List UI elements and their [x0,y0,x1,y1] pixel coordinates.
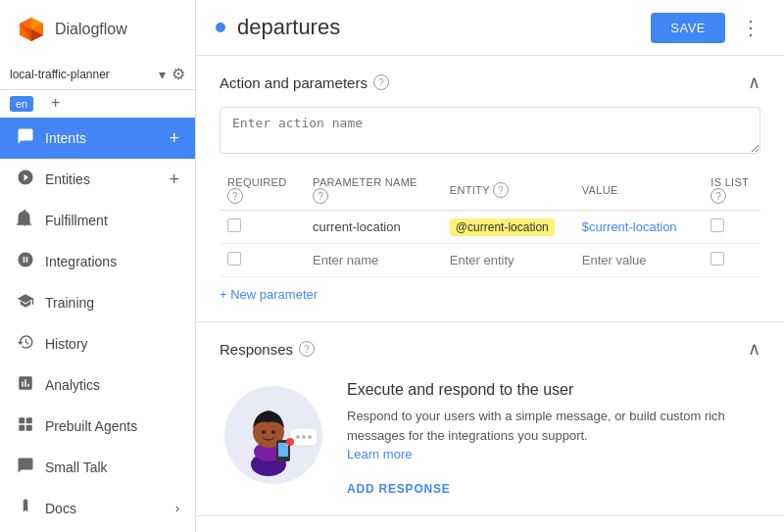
responses-section-header: Responses ? ∧ [220,338,760,360]
integrations-label: Integrations [45,254,117,269]
response-description: Respond to your users with a simple mess… [347,407,760,464]
svg-point-20 [302,435,306,439]
responses-collapse-icon[interactable]: ∧ [748,338,760,360]
parameters-table: REQUIRED ? PARAMETER NAME ? ENTITY ? V [220,170,760,277]
entities-icon [16,169,35,190]
required-checkbox-2[interactable] [227,252,241,266]
col-required: REQUIRED ? [220,170,305,211]
action-collapse-icon[interactable]: ∧ [748,72,760,93]
small-talk-icon [16,457,35,478]
svg-rect-5 [19,417,24,423]
svg-point-21 [308,435,312,439]
settings-icon[interactable]: ⚙ [172,65,185,83]
prebuilt-icon [16,415,35,437]
action-section-header: Action and parameters ? ∧ [220,72,760,93]
dialogflow-logo-icon [16,14,47,45]
svg-point-14 [271,430,275,434]
response-main-title: Execute and respond to the user [347,381,760,399]
integrations-icon [16,251,35,272]
fulfillment-icon [16,210,35,231]
add-lang-icon[interactable]: + [51,94,60,111]
docs-label: Docs [45,501,76,516]
entity-tag-1[interactable]: @current-location [450,218,555,236]
logo-area: Dialogflow [0,0,195,59]
sidebar-item-docs[interactable]: Docs › [0,488,195,529]
sidebar-item-training[interactable]: Training [0,282,195,323]
svg-point-18 [286,438,294,446]
entities-label: Entities [45,171,90,187]
sidebar-nav: Intents + Entities + Fulfillment Integra… [0,118,195,532]
illustration [220,381,327,489]
new-parameter-button[interactable]: + New parameter [220,277,318,306]
sidebar: Dialogflow local-traffic-planner ▾ ⚙ en … [0,0,196,532]
language-badge[interactable]: en [10,96,33,112]
topbar: departures SAVE ⋮ [196,0,784,56]
history-icon [16,333,35,355]
learn-more-link[interactable]: Learn more [347,447,412,461]
svg-point-19 [296,435,300,439]
sidebar-item-integrations[interactable]: Integrations [0,241,195,282]
project-name: local-traffic-planner [10,68,153,81]
docs-chevron-icon: › [175,502,179,515]
sidebar-item-analytics[interactable]: Analytics [0,364,195,406]
col-value: VALUE [574,170,704,211]
analytics-icon [16,374,35,396]
is-list-checkbox-1[interactable] [710,218,724,232]
entity-input-2[interactable] [450,253,566,267]
required-checkbox-1[interactable] [227,218,241,232]
action-help-icon[interactable]: ? [373,74,389,90]
more-options-icon[interactable]: ⋮ [737,12,764,43]
response-text-block: Execute and respond to the user Respond … [347,381,760,500]
svg-rect-6 [26,417,32,423]
value-input-2[interactable] [582,253,696,267]
required-help-icon[interactable]: ? [227,188,243,204]
action-name-input[interactable] [220,107,760,154]
responses-content: Execute and respond to the user Respond … [220,373,760,500]
is-list-help-icon[interactable]: ? [710,188,726,204]
intent-title: departures [237,15,639,40]
sidebar-item-small-talk[interactable]: Small Talk [0,447,195,488]
project-selector[interactable]: local-traffic-planner ▾ ⚙ [0,59,195,90]
app-name: Dialogflow [55,21,127,38]
col-param-name: PARAMETER NAME ? [305,170,442,211]
svg-point-13 [262,430,266,434]
intent-active-dot [216,23,225,32]
sidebar-item-intents[interactable]: Intents + [0,118,195,159]
sidebar-item-fulfillment[interactable]: Fulfillment [0,200,195,241]
param-name-1: current-location [305,211,442,244]
value-link-1: $current-location [582,219,677,234]
analytics-label: Analytics [45,377,100,393]
docs-icon [16,498,35,519]
intents-label: Intents [45,130,86,146]
table-row [220,244,760,277]
prebuilt-agents-label: Prebuilt Agents [45,418,137,434]
is-list-checkbox-2[interactable] [710,252,724,266]
responses-title: Responses ? [220,341,315,358]
project-dropdown-icon[interactable]: ▾ [159,67,166,82]
add-entity-icon[interactable]: + [169,169,179,190]
col-is-list: IS LIST ? [703,170,760,211]
responses-section: Responses ? ∧ [196,322,784,516]
fulfillment-label: Fulfillment [45,213,108,228]
history-label: History [45,336,88,352]
action-section-title: Action and parameters ? [220,74,389,91]
sidebar-item-history[interactable]: History [0,323,195,364]
sidebar-item-entities[interactable]: Entities + [0,159,195,200]
sidebar-item-prebuilt-agents[interactable]: Prebuilt Agents [0,406,195,447]
entity-help-icon[interactable]: ? [493,182,509,198]
table-row: current-location @current-location $curr… [220,211,760,244]
content-area: Action and parameters ? ∧ REQUIRED ? PAR… [196,56,784,532]
param-name-input-2[interactable] [313,253,434,267]
save-button[interactable]: SAVE [651,13,725,43]
add-response-button[interactable]: ADD RESPONSE [347,472,451,500]
intents-icon [16,127,35,149]
responses-help-icon[interactable]: ? [299,341,315,357]
add-intent-icon[interactable]: + [169,128,179,149]
training-label: Training [45,295,94,311]
small-talk-label: Small Talk [45,459,108,475]
param-name-help-icon[interactable]: ? [313,188,328,204]
action-parameters-section: Action and parameters ? ∧ REQUIRED ? PAR… [196,56,784,322]
lang-badge-area: en + [0,90,195,118]
svg-rect-7 [19,425,24,431]
col-entity: ENTITY ? [442,170,574,211]
